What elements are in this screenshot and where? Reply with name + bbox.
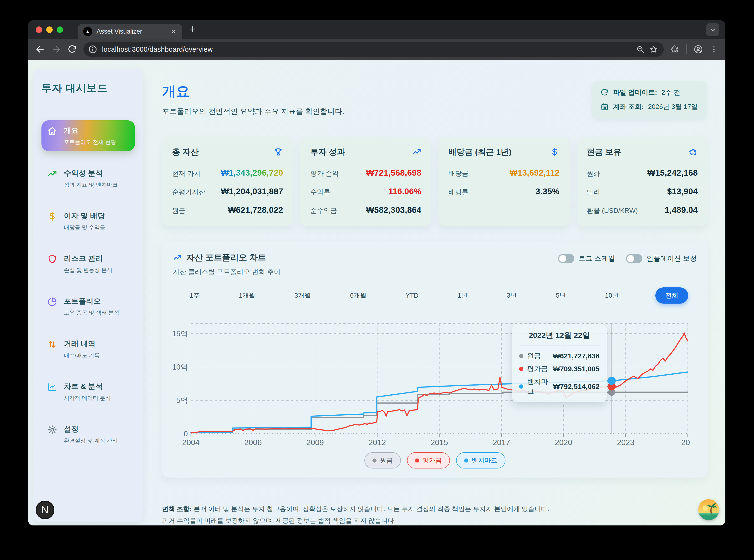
sidebar-item-sublabel: 성과 지표 및 벤치마크: [64, 181, 118, 188]
sidebar-item-charts[interactable]: 차트 & 분석 시각적 데이터 분석: [41, 376, 135, 407]
tab-search-button[interactable]: [706, 23, 719, 36]
new-tab-button[interactable]: +: [190, 22, 196, 37]
log-scale-toggle[interactable]: 로그 스케일: [558, 254, 615, 263]
bookmark-star-icon[interactable]: [649, 45, 658, 54]
maximize-window-button[interactable]: [57, 26, 63, 33]
stat-value: ₩1,204,031,887: [221, 186, 283, 196]
sidebar-item-transactions[interactable]: 거래 내역 매수/매도 기록: [41, 334, 135, 364]
trophy-icon: [274, 147, 283, 157]
sidebar-item-settings[interactable]: 설정 환경설정 및 계정 관리: [41, 419, 135, 450]
svg-text:10억: 10억: [173, 363, 188, 371]
range-1w[interactable]: 1주: [187, 288, 202, 303]
stat-label: 수익률: [310, 187, 330, 197]
toggle-label: 로그 스케일: [579, 254, 615, 263]
stat-label: 배당률: [449, 187, 469, 197]
chart-title: 자산 포트폴리오 차트: [186, 252, 266, 263]
file-update-value: 2주 전: [661, 88, 680, 97]
profile-icon[interactable]: [693, 44, 703, 54]
close-window-button[interactable]: [36, 26, 42, 33]
minimize-window-button[interactable]: [46, 26, 53, 33]
disclaimer: 면책 조항: 본 데이터 및 분석은 투자 참고용이며, 정확성을 보장하지 않…: [162, 495, 708, 525]
stat-label: 환율 (USD/KRW): [587, 206, 638, 215]
range-all[interactable]: 전체: [655, 287, 688, 304]
forward-button[interactable]: [52, 44, 61, 54]
range-5y[interactable]: 5년: [554, 288, 568, 303]
account-view-value: 2026년 3월 17일: [648, 102, 698, 111]
range-6m[interactable]: 6개월: [348, 288, 369, 303]
stat-value: $13,904: [667, 186, 698, 196]
line-chart-icon: [47, 382, 57, 392]
tooltip-row: 벤치마크 ₩792,514,062: [519, 377, 600, 396]
trending-up-icon: [47, 169, 57, 179]
stat-value: ₩721,568,698: [366, 168, 421, 178]
portfolio-chart-card: 자산 포트폴리오 차트 자산 클래스별 포트폴리오 변화 추이 로그 스케일 인…: [162, 241, 708, 478]
shield-icon: [47, 254, 57, 264]
stat-label: 배당금: [449, 169, 469, 178]
sidebar-item-dividends[interactable]: 이자 및 배당 배당금 및 수익률: [41, 206, 135, 236]
range-1m[interactable]: 1개월: [236, 288, 258, 303]
toggle-switch[interactable]: [558, 254, 574, 263]
sidebar-nav: 개요 포트폴리오 전체 현황 수익성 분석 성과 지표 및 벤치마크: [41, 120, 135, 450]
sidebar-item-sublabel: 손실 및 변동성 분석: [64, 266, 112, 274]
app-title: 투자 대시보드: [41, 81, 135, 95]
window-controls[interactable]: [36, 26, 63, 33]
site-favicon-icon: ▲: [83, 27, 92, 36]
close-tab-icon[interactable]: ×: [170, 28, 177, 35]
sidebar-item-portfolio[interactable]: 포트폴리오 보유 종목 및 섹터 분석: [41, 291, 135, 322]
card-title: 배당금 (최근 1년): [449, 146, 511, 158]
time-range-selector: 1주 1개월 3개월 6개월 YTD 1년 3년 5년 10년 전체: [173, 287, 697, 304]
site-info-icon[interactable]: [88, 45, 97, 54]
legend-principal[interactable]: 원금: [364, 452, 401, 468]
reload-button[interactable]: [68, 45, 77, 54]
sidebar-item-overview[interactable]: 개요 포트폴리오 전체 현황: [41, 120, 135, 151]
svg-text:202: 202: [681, 438, 690, 447]
trending-up-icon: [173, 253, 182, 262]
url-bar[interactable]: localhost:3000/dashboard/overview: [83, 42, 664, 57]
svg-text:2017: 2017: [493, 438, 510, 447]
legend-label: 평가금: [422, 456, 442, 465]
range-3y[interactable]: 3년: [504, 288, 519, 303]
tooltip-series-name: 평가금: [527, 364, 549, 374]
zoom-out-icon[interactable]: [636, 45, 644, 54]
sidebar-item-risk[interactable]: 리스크 관리 손실 및 변동성 분석: [41, 248, 135, 279]
range-3m[interactable]: 3개월: [292, 288, 313, 303]
inflation-toggle[interactable]: 인플레이션 보정: [626, 254, 697, 263]
toggle-label: 인플레이션 보정: [647, 254, 697, 263]
stat-value: 3.35%: [535, 186, 559, 196]
disclaimer-label: 면책 조항:: [162, 505, 192, 513]
range-1y[interactable]: 1년: [455, 288, 470, 303]
nextjs-dev-badge[interactable]: N: [36, 501, 54, 519]
toggle-switch[interactable]: [626, 254, 642, 263]
sidebar-item-profitability[interactable]: 수익성 분석 성과 지표 및 벤치마크: [41, 163, 135, 194]
legend-dot: [373, 459, 377, 462]
stat-label: 달러: [587, 187, 600, 197]
update-info-card: 파일 업데이트: 2주 전 계좌 조회: 2026년 3월 17일: [592, 81, 706, 118]
stat-row: 평가 손익 ₩721,568,698: [310, 168, 421, 178]
extensions-icon[interactable]: [670, 45, 679, 54]
browser-tab[interactable]: ▲ Asset Visualizer ×: [78, 24, 182, 39]
stat-row: 원금 ₩621,728,022: [172, 205, 283, 215]
toolbar-divider: [686, 44, 687, 54]
stat-value: 116.06%: [389, 186, 421, 196]
stat-value: ₩621,728,022: [228, 205, 283, 215]
legend-value[interactable]: 평가금: [407, 452, 450, 468]
trending-up-icon: [412, 147, 421, 157]
disclaimer-line1: 본 데이터 및 분석은 투자 참고용이며, 정확성을 보장하지 않습니다. 모든…: [192, 505, 549, 513]
legend-label: 원금: [380, 456, 393, 465]
main-content: 개요 포트폴리오의 전반적인 요약과 주요 지표를 확인합니다. 파일 업데이트…: [162, 60, 708, 525]
palm-tree-logo[interactable]: [698, 499, 719, 520]
url-text[interactable]: localhost:3000/dashboard/overview: [102, 45, 631, 53]
tooltip-series-value: ₩621,727,838: [553, 352, 600, 360]
range-10y[interactable]: 10년: [603, 288, 621, 303]
sidebar-item-label: 리스크 관리: [64, 254, 112, 263]
browser-menu-icon[interactable]: [710, 45, 718, 54]
legend-benchmark[interactable]: 벤치마크: [456, 452, 505, 468]
range-ytd[interactable]: YTD: [403, 288, 421, 303]
sidebar-item-sublabel: 보유 종목 및 섹터 분석: [64, 309, 119, 317]
stat-row: 순평가자산 ₩1,204,031,887: [172, 186, 283, 197]
back-button[interactable]: [35, 44, 45, 54]
sidebar-item-sublabel: 매수/매도 기록: [64, 352, 100, 359]
chart-plot-area[interactable]: 05억10억15억2004200620092012201520172020202…: [173, 312, 697, 448]
tab-title: Asset Visualizer: [97, 28, 165, 35]
card-title: 현금 보유: [587, 146, 621, 158]
